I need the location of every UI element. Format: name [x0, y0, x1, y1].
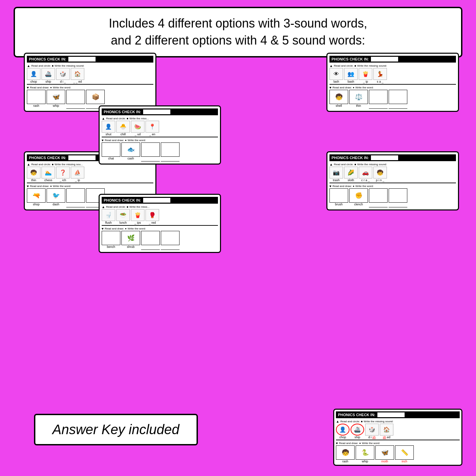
ws2-word-label: Write the word: — [355, 86, 374, 89]
thin-label: thin — [356, 104, 361, 107]
word-brush: brush — [329, 188, 348, 207]
ws7-rash-draw: 🧒 — [336, 445, 355, 460]
ws7-row1: ▲ Read and circle: ■ Write the missing s… — [336, 419, 460, 424]
ws7-word-rash: 🧒 rash — [336, 445, 355, 463]
word-clench: ✊ clench — [349, 188, 368, 207]
cash-label: cash — [128, 157, 134, 160]
ws2-name-box[interactable] — [371, 57, 398, 62]
ws3-circle-icon: ● — [125, 139, 126, 142]
ws5-word-label: Write the word: — [355, 185, 374, 188]
ws5-draw-content: brush ✊ clench — [329, 188, 456, 207]
ws4-heart-icon: ♥ — [27, 184, 29, 188]
ws3-content: 👤 shut 🐣 chill 🍉 _ ud 📍 _ en — [102, 121, 218, 136]
ws7-word-moth: 🦋 moth — [375, 445, 394, 463]
ws5-line1 — [369, 203, 388, 207]
ws1-title: PHONICS CHECK IN: — [29, 57, 66, 61]
title-line2: and 2 different options with 4 & 5 sound… — [25, 32, 451, 49]
word-ed: 🏠 _ _ ed — [71, 68, 84, 83]
cra-img: 🚗 — [359, 167, 372, 178]
ws6-line1 — [141, 245, 160, 250]
chop-img: 👤 — [27, 68, 40, 80]
cash-draw: 🐟 — [121, 142, 140, 157]
ws6-name-box[interactable] — [143, 198, 170, 203]
chess-img: 🏊 — [41, 167, 55, 178]
ws1-name-box[interactable] — [68, 57, 96, 62]
ship-img: 🚢 — [41, 68, 55, 80]
ws5-read-label: Read and circle: — [334, 163, 354, 166]
shrub-draw: 🌿 — [121, 231, 140, 245]
ws3-read-label: Read and circle: — [106, 117, 126, 120]
answer-key-label: Answer Key included — [52, 422, 180, 437]
ws2-write-label: Write the missing sound: — [357, 64, 387, 67]
di-img: 🎲 — [56, 68, 70, 80]
ws7-square-icon: ■ — [361, 420, 363, 423]
heart-icon: ♥ — [27, 86, 29, 89]
ws3-title: PHONICS CHECK IN: — [104, 110, 141, 114]
ws6-draw-label: Read and draw: — [105, 227, 124, 230]
brush-draw — [329, 188, 348, 203]
sa-img: 💃 — [373, 68, 387, 80]
ws4-square-icon: ■ — [52, 163, 54, 166]
pin-img: 🧒 — [373, 167, 387, 178]
ws4-blank1 — [66, 188, 85, 207]
ws4-content: 🧒 thin 🏊 chess ❓ _ ich ⛵ _ ip — [27, 167, 153, 182]
flush-img: 🚽 — [102, 209, 115, 221]
ws4-read-label: Read and circle: — [31, 163, 51, 166]
word-lunch: 🥗 lunch — [116, 209, 130, 224]
word-sloth: 🌽 sloth — [344, 167, 358, 182]
ws7-whip-label: whip — [362, 460, 368, 463]
blank-draw2: 📦 — [86, 90, 105, 104]
ws4-draw1 — [66, 188, 85, 203]
chill-label: chill — [120, 133, 126, 136]
worksheet-7-answer: PHONICS CHECK IN: ▲ Read and circle: ■ W… — [333, 409, 462, 466]
ws2-draw-label: Read and draw: — [333, 86, 352, 89]
ws7-word-chop: 👤 chop — [336, 424, 350, 439]
whip-label: whip — [53, 104, 59, 107]
ws1-write-label: Write the missing sound: — [55, 64, 84, 67]
ws1-draw-label: Read and draw: — [30, 86, 49, 89]
ws3-heart-icon: ♥ — [102, 138, 104, 142]
cra-label: c r a _ — [361, 178, 370, 182]
clench-draw: ✊ — [349, 188, 368, 203]
ws4-circle-icon: ● — [50, 185, 52, 188]
ip-img: 🍟 — [359, 68, 372, 80]
ips-img: 🍟 — [131, 209, 144, 221]
ws7-moth-label: moth — [381, 460, 388, 463]
whip-draw: 🦋 — [47, 90, 65, 104]
blank-draw1 — [66, 90, 85, 104]
word-chess: 🏊 chess — [41, 167, 55, 182]
bench-draw — [102, 231, 120, 245]
ws5-content: 📷 trash 🌽 sloth 🚗 c r a _ 🧒 p i n _ — [329, 167, 456, 182]
worksheet-5: PHONICS CHECK IN: ▲ Read and circle: ■ W… — [326, 151, 459, 210]
dash-draw: 🐦 — [47, 188, 65, 203]
ws4-name-box[interactable] — [68, 155, 96, 160]
shut-label: shut — [105, 133, 111, 136]
chat-label: chat — [108, 157, 114, 160]
ws5-draw2 — [389, 188, 407, 203]
shut-img: 👤 — [102, 121, 115, 133]
word-pin: 🧒 p i n _ — [373, 167, 387, 182]
answer-key-box: Answer Key included — [34, 414, 198, 445]
word-flush: 🚽 flush — [102, 209, 115, 224]
ship-label: ship — [46, 80, 51, 83]
ws7-inch-draw: 📏 — [395, 445, 414, 460]
sloth-img: 🌽 — [344, 167, 358, 178]
word-ship: 🚢 ship — [41, 68, 55, 83]
ws5-square-icon: ■ — [355, 163, 356, 166]
ws7-draw-label: Read and draw: — [339, 442, 358, 445]
ws1-row2: ♥ Read and draw: ● Write the word: — [27, 85, 153, 90]
ws6-content: 🚽 flush 🥗 lunch 🍟 _ ips 🥊 _ red — [102, 209, 218, 224]
ich-label: _ ich — [60, 178, 66, 182]
ws5-row1: ▲ Read and circle: ■ Write the missing s… — [329, 162, 456, 167]
ws4-draw-label: Read and draw: — [30, 185, 49, 188]
word-cra: 🚗 c r a _ — [359, 167, 372, 182]
ws5-draw-label: Read and draw: — [333, 185, 352, 188]
rash-draw — [27, 90, 46, 104]
ed-img: 🏠 — [71, 68, 84, 80]
word-bash: 👥 bash — [344, 68, 358, 83]
word-shell: 🧒 shell — [329, 90, 348, 109]
ws5-name-box[interactable] — [371, 155, 398, 160]
ip2-img: ⛵ — [71, 167, 84, 178]
chess-label: chess — [44, 178, 52, 182]
ws3-name-box[interactable] — [143, 109, 170, 114]
